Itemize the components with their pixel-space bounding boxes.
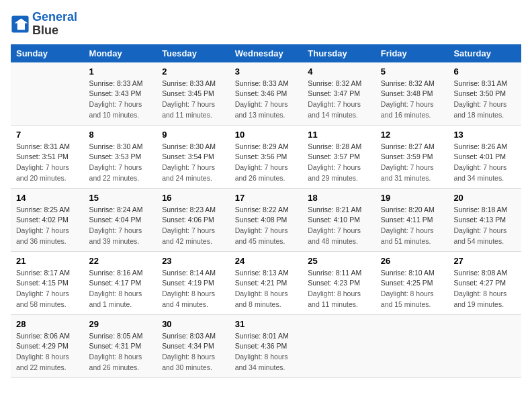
day-cell: 30 Sunrise: 8:03 AM Sunset: 4:34 PM Dayl… [157,314,230,377]
daylight-hours: Daylight: 8 hours and 30 minutes. [162,353,215,371]
day-cell [302,314,375,377]
day-cell: 6 Sunrise: 8:31 AM Sunset: 3:50 PM Dayli… [448,62,521,126]
sunrise-time: Sunrise: 8:33 AM [89,79,143,87]
calendar-table: SundayMondayTuesdayWednesdayThursdayFrid… [11,44,521,378]
week-row-4: 21 Sunrise: 8:17 AM Sunset: 4:15 PM Dayl… [11,251,521,314]
day-info: Sunrise: 8:24 AM Sunset: 4:04 PM Dayligh… [89,205,152,247]
week-row-5: 28 Sunrise: 8:06 AM Sunset: 4:29 PM Dayl… [11,314,521,377]
day-info: Sunrise: 8:26 AM Sunset: 4:01 PM Dayligh… [453,142,516,184]
day-info: Sunrise: 8:31 AM Sunset: 3:50 PM Dayligh… [453,79,516,121]
daylight-hours: Daylight: 7 hours and 16 minutes. [381,100,434,119]
day-number: 23 [162,256,224,266]
sunset-time: Sunset: 4:17 PM [89,279,142,287]
day-cell: 11 Sunrise: 8:28 AM Sunset: 3:57 PM Dayl… [302,125,375,188]
day-cell: 16 Sunrise: 8:23 AM Sunset: 4:06 PM Dayl… [157,188,230,251]
day-info: Sunrise: 8:32 AM Sunset: 3:48 PM Dayligh… [381,79,443,121]
logo: General Blue [11,11,77,38]
sunrise-time: Sunrise: 8:29 AM [235,142,289,150]
day-number: 3 [235,66,298,77]
sunset-time: Sunset: 4:01 PM [453,152,506,161]
sunset-time: Sunset: 3:50 PM [453,89,506,97]
day-info: Sunrise: 8:14 AM Sunset: 4:19 PM Dayligh… [162,268,224,310]
day-headers-row: SundayMondayTuesdayWednesdayThursdayFrid… [11,44,521,62]
daylight-hours: Daylight: 7 hours and 24 minutes. [162,163,215,182]
daylight-hours: Daylight: 7 hours and 34 minutes. [453,163,506,182]
sunrise-time: Sunrise: 8:30 AM [162,142,216,150]
sunset-time: Sunset: 4:02 PM [16,216,69,224]
day-cell: 2 Sunrise: 8:33 AM Sunset: 3:45 PM Dayli… [157,62,230,126]
sunrise-time: Sunrise: 8:01 AM [235,332,289,340]
sunset-time: Sunset: 4:15 PM [16,279,69,287]
sunrise-time: Sunrise: 8:32 AM [381,79,435,87]
day-cell: 13 Sunrise: 8:26 AM Sunset: 4:01 PM Dayl… [448,125,521,188]
day-info: Sunrise: 8:06 AM Sunset: 4:29 PM Dayligh… [16,331,79,373]
day-cell: 10 Sunrise: 8:29 AM Sunset: 3:56 PM Dayl… [230,125,303,188]
week-row-1: 1 Sunrise: 8:33 AM Sunset: 3:43 PM Dayli… [11,62,521,126]
sunrise-time: Sunrise: 8:11 AM [308,269,361,277]
sunset-time: Sunset: 3:54 PM [162,152,214,161]
day-info: Sunrise: 8:23 AM Sunset: 4:06 PM Dayligh… [162,205,224,247]
day-info: Sunrise: 8:20 AM Sunset: 4:11 PM Dayligh… [381,205,443,247]
daylight-hours: Daylight: 8 hours and 8 minutes. [235,289,288,308]
day-info: Sunrise: 8:30 AM Sunset: 3:53 PM Dayligh… [89,142,152,184]
day-info: Sunrise: 8:33 AM Sunset: 3:43 PM Dayligh… [89,79,152,121]
day-cell: 22 Sunrise: 8:16 AM Sunset: 4:17 PM Dayl… [84,251,157,314]
day-number: 10 [235,130,298,140]
day-number: 18 [308,193,370,203]
day-cell: 5 Sunrise: 8:32 AM Sunset: 3:48 PM Dayli… [375,62,449,126]
sunset-time: Sunset: 3:53 PM [89,152,142,161]
day-number: 8 [89,130,152,140]
day-cell: 14 Sunrise: 8:25 AM Sunset: 4:02 PM Dayl… [11,188,84,251]
day-cell: 12 Sunrise: 8:27 AM Sunset: 3:59 PM Dayl… [375,125,449,188]
sunrise-time: Sunrise: 8:25 AM [16,205,70,214]
daylight-hours: Daylight: 7 hours and 11 minutes. [162,100,215,119]
sunrise-time: Sunrise: 8:18 AM [453,205,507,214]
day-number: 7 [16,130,79,140]
col-header-wednesday: Wednesday [230,44,303,62]
day-number: 27 [453,256,516,266]
sunset-time: Sunset: 3:57 PM [308,152,360,161]
day-cell: 27 Sunrise: 8:08 AM Sunset: 4:27 PM Dayl… [448,251,521,314]
sunrise-time: Sunrise: 8:31 AM [453,79,507,87]
sunset-time: Sunset: 3:59 PM [381,152,433,161]
day-cell [11,62,84,126]
daylight-hours: Daylight: 7 hours and 48 minutes. [308,226,361,245]
daylight-hours: Daylight: 7 hours and 45 minutes. [235,226,288,245]
day-number: 15 [89,193,152,203]
week-row-2: 7 Sunrise: 8:31 AM Sunset: 3:51 PM Dayli… [11,125,521,188]
col-header-sunday: Sunday [11,44,84,62]
sunset-time: Sunset: 3:51 PM [16,152,69,161]
day-info: Sunrise: 8:18 AM Sunset: 4:13 PM Dayligh… [453,205,516,247]
day-number: 31 [235,319,298,329]
sunrise-time: Sunrise: 8:10 AM [381,269,435,277]
daylight-hours: Daylight: 7 hours and 13 minutes. [235,100,288,119]
sunset-time: Sunset: 3:43 PM [89,89,142,97]
daylight-hours: Daylight: 7 hours and 18 minutes. [453,100,506,119]
day-cell: 4 Sunrise: 8:32 AM Sunset: 3:47 PM Dayli… [302,62,375,126]
sunrise-time: Sunrise: 8:27 AM [381,142,435,150]
col-header-monday: Monday [84,44,157,62]
sunrise-time: Sunrise: 8:32 AM [308,79,361,87]
day-number: 14 [16,193,79,203]
sunset-time: Sunset: 3:47 PM [308,89,360,97]
day-number: 6 [453,66,516,77]
day-number: 22 [89,256,152,266]
sunrise-time: Sunrise: 8:24 AM [89,205,143,214]
day-cell: 17 Sunrise: 8:22 AM Sunset: 4:08 PM Dayl… [230,188,303,251]
sunrise-time: Sunrise: 8:03 AM [162,332,216,340]
day-info: Sunrise: 8:29 AM Sunset: 3:56 PM Dayligh… [235,142,298,184]
day-info: Sunrise: 8:01 AM Sunset: 4:36 PM Dayligh… [235,331,298,373]
sunrise-time: Sunrise: 8:22 AM [235,205,289,214]
sunset-time: Sunset: 4:11 PM [381,216,433,224]
daylight-hours: Daylight: 7 hours and 51 minutes. [381,226,434,245]
day-info: Sunrise: 8:31 AM Sunset: 3:51 PM Dayligh… [16,142,79,184]
day-cell: 26 Sunrise: 8:10 AM Sunset: 4:25 PM Dayl… [375,251,449,314]
day-info: Sunrise: 8:22 AM Sunset: 4:08 PM Dayligh… [235,205,298,247]
sunrise-time: Sunrise: 8:06 AM [16,332,70,340]
day-cell: 24 Sunrise: 8:13 AM Sunset: 4:21 PM Dayl… [230,251,303,314]
day-info: Sunrise: 8:10 AM Sunset: 4:25 PM Dayligh… [381,268,443,310]
day-cell: 7 Sunrise: 8:31 AM Sunset: 3:51 PM Dayli… [11,125,84,188]
day-cell: 8 Sunrise: 8:30 AM Sunset: 3:53 PM Dayli… [84,125,157,188]
day-number: 26 [381,256,443,266]
day-info: Sunrise: 8:21 AM Sunset: 4:10 PM Dayligh… [308,205,370,247]
